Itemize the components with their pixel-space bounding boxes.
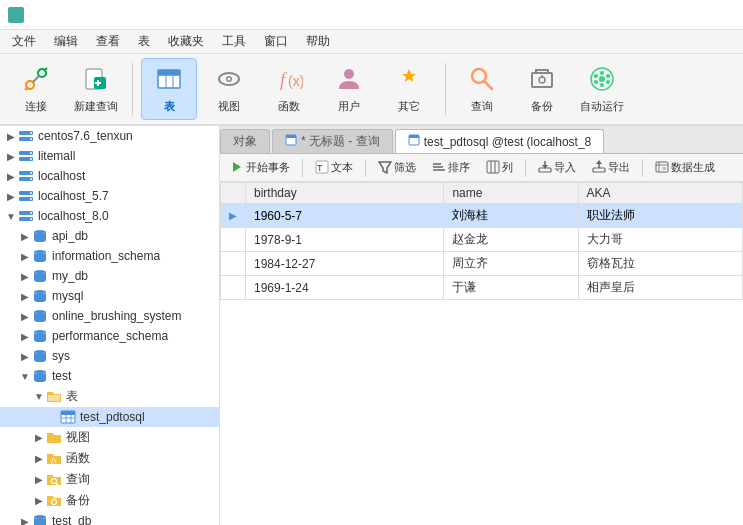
qt-btn-筛选[interactable]: 筛选 bbox=[372, 158, 422, 178]
tree-item-视图[interactable]: ▶视图 bbox=[0, 427, 219, 448]
table-row[interactable]: ▶1960-5-7刘海桂职业法师 bbox=[221, 204, 743, 228]
tree-item-centos7.6_tenxun[interactable]: ▶centos7.6_tenxun bbox=[0, 126, 219, 146]
qt-btn-排序[interactable]: 排序 bbox=[426, 158, 476, 178]
tree-arrow[interactable]: ▶ bbox=[18, 291, 32, 302]
tree-arrow[interactable]: ▶ bbox=[18, 331, 32, 342]
qt-btn-数据生成[interactable]: ≡数据生成 bbox=[649, 158, 721, 178]
tree-arrow[interactable]: ▶ bbox=[32, 432, 46, 443]
tree-item-api_db[interactable]: ▶api_db bbox=[0, 226, 219, 246]
qt-btn-导入[interactable]: 导入 bbox=[532, 158, 582, 178]
svg-point-53 bbox=[34, 230, 46, 234]
tree-item-表[interactable]: ▼表 bbox=[0, 386, 219, 407]
tab-0[interactable]: 对象 bbox=[220, 129, 270, 153]
tree-arrow[interactable]: ▶ bbox=[18, 311, 32, 322]
tree-item-performance_schema[interactable]: ▶performance_schema bbox=[0, 326, 219, 346]
menu-item-帮助[interactable]: 帮助 bbox=[298, 31, 338, 52]
col-header-AKA[interactable]: AKA bbox=[578, 183, 743, 204]
toolbar-btn-新建查询[interactable]: 新建查询 bbox=[68, 58, 124, 120]
tree-item-查询[interactable]: ▶查询 bbox=[0, 469, 219, 490]
menu-item-窗口[interactable]: 窗口 bbox=[256, 31, 296, 52]
tree-item-备份[interactable]: ▶备份 bbox=[0, 490, 219, 511]
col-header-name[interactable]: name bbox=[444, 183, 578, 204]
tree-arrow[interactable]: ▶ bbox=[32, 474, 46, 485]
qt-icon-列 bbox=[486, 160, 500, 176]
tree-item-test_pdtosql[interactable]: test_pdtosql bbox=[0, 407, 219, 427]
tree-arrow[interactable]: ▶ bbox=[18, 251, 32, 262]
tree-item-sys[interactable]: ▶sys bbox=[0, 346, 219, 366]
tree-item-litemall[interactable]: ▶litemall bbox=[0, 146, 219, 166]
toolbar-btn-备份[interactable]: 备份 bbox=[514, 58, 570, 120]
tree-label-5: api_db bbox=[52, 229, 88, 243]
toolbar-btn-自动运行[interactable]: 自动运行 bbox=[574, 58, 630, 120]
toolbar-btn-连接[interactable]: 连接 bbox=[8, 58, 64, 120]
col-header-birthday[interactable]: birthday bbox=[246, 183, 444, 204]
tree-arrow[interactable]: ▶ bbox=[32, 495, 46, 506]
tab-1[interactable]: * 无标题 - 查询 bbox=[272, 129, 393, 153]
toolbar-btn-视图[interactable]: 视图 bbox=[201, 58, 257, 120]
tree-item-my_db[interactable]: ▶my_db bbox=[0, 266, 219, 286]
data-table: birthdaynameAKA ▶1960-5-7刘海桂职业法师1978-9-1… bbox=[220, 182, 743, 300]
svg-point-23 bbox=[539, 77, 545, 83]
tree-arrow[interactable]: ▶ bbox=[18, 271, 32, 282]
tree-item-test[interactable]: ▼test bbox=[0, 366, 219, 386]
tree-icon-folder-query bbox=[46, 472, 62, 488]
tree-label-19: test_db bbox=[52, 514, 91, 525]
tree-item-localhost[interactable]: ▶localhost bbox=[0, 166, 219, 186]
menu-item-查看[interactable]: 查看 bbox=[88, 31, 128, 52]
tree-item-online_brushing_system[interactable]: ▶online_brushing_system bbox=[0, 306, 219, 326]
tree-icon-folder-backup bbox=[46, 493, 62, 509]
toolbar-btn-其它[interactable]: 其它 bbox=[381, 58, 437, 120]
qt-btn-开始事务[interactable]: 开始事务 bbox=[224, 158, 296, 178]
svg-point-32 bbox=[599, 76, 605, 82]
函数-icon: f (x) bbox=[275, 65, 303, 97]
tree-arrow[interactable]: ▶ bbox=[4, 191, 18, 202]
toolbar-btn-查询[interactable]: 查询 bbox=[454, 58, 510, 120]
tree-arrow[interactable]: ▼ bbox=[32, 391, 46, 402]
tree-item-test_db[interactable]: ▶test_db bbox=[0, 511, 219, 525]
toolbar-btn-用户[interactable]: 用户 bbox=[321, 58, 377, 120]
right-panel: 对象* 无标题 - 查询test_pdtosql @test (localhos… bbox=[220, 126, 743, 525]
tree-item-函数[interactable]: ▶fx函数 bbox=[0, 448, 219, 469]
menu-item-文件[interactable]: 文件 bbox=[4, 31, 44, 52]
tree-icon-folder-view bbox=[46, 430, 62, 446]
tree-arrow[interactable]: ▶ bbox=[18, 351, 32, 362]
tree-item-localhost_5.7[interactable]: ▶localhost_5.7 bbox=[0, 186, 219, 206]
tab-label-2: test_pdtosql @test (localhost_8 bbox=[424, 135, 592, 149]
tree-icon-db bbox=[32, 328, 48, 344]
tree-icon-server bbox=[18, 208, 34, 224]
table-row[interactable]: 1969-1-24于谦相声皇后 bbox=[221, 276, 743, 300]
tree-arrow[interactable]: ▶ bbox=[18, 516, 32, 526]
tree-arrow[interactable]: ▶ bbox=[18, 231, 32, 242]
menu-item-工具[interactable]: 工具 bbox=[214, 31, 254, 52]
sidebar[interactable]: ▶centos7.6_tenxun▶litemall▶localhost▶loc… bbox=[0, 126, 220, 525]
tree-item-mysql[interactable]: ▶mysql bbox=[0, 286, 219, 306]
tab-2[interactable]: test_pdtosql @test (localhost_8 bbox=[395, 129, 605, 153]
toolbar-btn-label-自动运行: 自动运行 bbox=[580, 99, 624, 114]
tree-arrow[interactable]: ▼ bbox=[18, 371, 32, 382]
tree-icon-db bbox=[32, 348, 48, 364]
tree-item-information_schema[interactable]: ▶information_schema bbox=[0, 246, 219, 266]
menu-item-编辑[interactable]: 编辑 bbox=[46, 31, 86, 52]
svg-point-19 bbox=[344, 69, 354, 79]
tree-arrow[interactable]: ▼ bbox=[4, 211, 18, 222]
toolbar-btn-label-连接: 连接 bbox=[25, 99, 47, 114]
qt-btn-列[interactable]: 列 bbox=[480, 158, 519, 178]
tree-arrow[interactable]: ▶ bbox=[32, 453, 46, 464]
qt-icon-导入 bbox=[538, 160, 552, 176]
qt-btn-导出[interactable]: 导出 bbox=[586, 158, 636, 178]
cell-3-0: 1969-1-24 bbox=[246, 276, 444, 300]
tree-item-localhost_8.0[interactable]: ▼localhost_8.0 bbox=[0, 206, 219, 226]
tree-arrow[interactable]: ▶ bbox=[4, 151, 18, 162]
toolbar-btn-表[interactable]: 表 bbox=[141, 58, 197, 120]
qt-btn-文本[interactable]: T文本 bbox=[309, 158, 359, 178]
col-header-blank bbox=[221, 183, 246, 204]
menu-item-收藏夹[interactable]: 收藏夹 bbox=[160, 31, 212, 52]
table-row[interactable]: 1984-12-27周立齐窃格瓦拉 bbox=[221, 252, 743, 276]
toolbar-btn-label-函数: 函数 bbox=[278, 99, 300, 114]
tree-arrow[interactable]: ▶ bbox=[4, 131, 18, 142]
menu-item-表[interactable]: 表 bbox=[130, 31, 158, 52]
table-row[interactable]: 1978-9-1赵金龙大力哥 bbox=[221, 228, 743, 252]
toolbar-btn-函数[interactable]: f (x) 函数 bbox=[261, 58, 317, 120]
tree-arrow[interactable]: ▶ bbox=[4, 171, 18, 182]
tree-icon-folder-func: fx bbox=[46, 451, 62, 467]
